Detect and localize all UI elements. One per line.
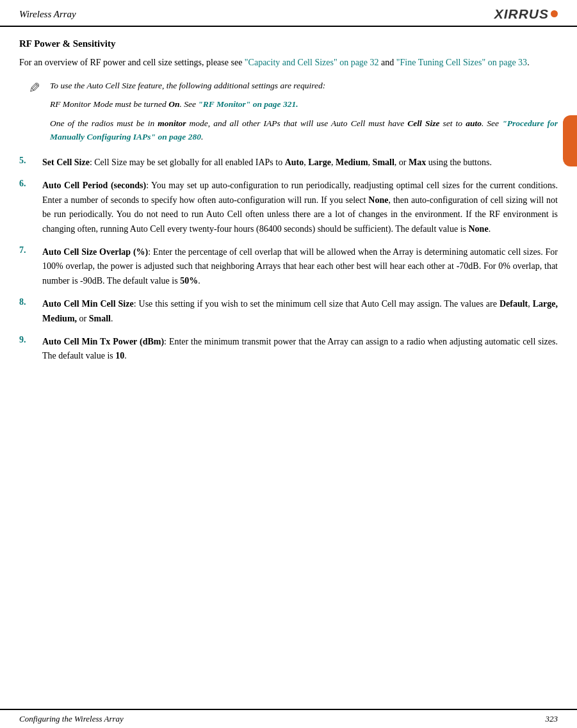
item-7-label: Auto Cell Size Overlap (%) — [42, 247, 148, 257]
section-heading: RF Power & Sensitivity — [19, 38, 558, 49]
item-7-number: 7. — [19, 245, 42, 255]
list-item-6: 6. Auto Cell Period (seconds): You may s… — [19, 179, 558, 236]
link-rf-monitor[interactable]: "RF Monitor" on page 321. — [198, 99, 298, 109]
note-bold-auto: auto — [466, 118, 482, 128]
note-box: ✎ To use the Auto Cell Size feature, the… — [19, 79, 558, 144]
section-heading-text: RF Power & Sensitivity — [19, 38, 115, 49]
item-9-number: 9. — [19, 335, 42, 345]
item-8-large: Large, — [533, 299, 558, 309]
item-9-default: 10 — [115, 351, 124, 360]
item-7-body: Auto Cell Size Overlap (%): Enter the pe… — [42, 245, 558, 288]
footer-right: 323 — [546, 714, 558, 724]
side-decoration — [563, 115, 577, 166]
note-line2: RF Monitor Mode must be turned On. See "… — [50, 97, 558, 111]
item-9-body: Auto Cell Min Tx Power (dBm): Enter the … — [42, 335, 558, 364]
list-item-9: 9. Auto Cell Min Tx Power (dBm): Enter t… — [19, 335, 558, 364]
item-5-large: Large — [308, 158, 331, 167]
page-header: Wireless Array XIRRUS — [0, 0, 577, 27]
item-5-small: Small — [373, 158, 394, 167]
link-fine-tuning[interactable]: "Fine Tuning Cell Sizes" on page 33 — [396, 58, 527, 67]
list-item-7: 7. Auto Cell Size Overlap (%): Enter the… — [19, 245, 558, 288]
note-icon-col: ✎ — [19, 79, 50, 144]
list-item-5: 5. Set Cell Size: Cell Size may be set g… — [19, 156, 558, 170]
item-6-none2: None — [469, 224, 489, 234]
item-8-body: Auto Cell Min Cell Size: Use this settin… — [42, 297, 558, 326]
note-bold-cellsize: Cell Size — [407, 118, 439, 128]
item-8-medium: Medium, — [42, 314, 77, 323]
footer-left: Configuring the Wireless Array — [19, 714, 124, 724]
header-title: Wireless Array — [19, 9, 76, 20]
item-8-default: Default — [500, 299, 528, 309]
note-icon: ✎ — [29, 80, 40, 97]
item-5-number: 5. — [19, 156, 42, 166]
item-5-max: Max — [409, 158, 426, 167]
intro-paragraph: For an overview of RF power and cell siz… — [19, 56, 558, 70]
item-6-none1: None — [368, 195, 388, 205]
page-footer: Configuring the Wireless Array 323 — [0, 709, 577, 728]
item-5-medium: Medium — [336, 158, 368, 167]
item-5-body: Set Cell Size: Cell Size may be set glob… — [42, 156, 558, 170]
item-6-body: Auto Cell Period (seconds): You may set … — [42, 179, 558, 236]
item-5-auto: Auto — [285, 158, 304, 167]
note-line3: One of the radios must be in monitor mod… — [50, 117, 558, 144]
note-bold-monitor: monitor — [158, 118, 186, 128]
item-9-label: Auto Cell Min Tx Power (dBm) — [42, 337, 164, 346]
list-item-8: 8. Auto Cell Min Cell Size: Use this set… — [19, 297, 558, 326]
logo-dot — [551, 10, 558, 17]
item-5-label: Set Cell Size — [42, 158, 90, 167]
item-7-default: 50% — [180, 276, 198, 286]
link-procedure[interactable]: "Procedure for Manually Configuring IAPs… — [50, 118, 558, 142]
main-content: RF Power & Sensitivity For an overview o… — [0, 27, 577, 385]
item-6-number: 6. — [19, 179, 42, 189]
item-8-label: Auto Cell Min Cell Size — [42, 299, 134, 309]
item-8-number: 8. — [19, 297, 42, 307]
item-8-small: Small — [89, 314, 111, 323]
numbered-list: 5. Set Cell Size: Cell Size may be set g… — [19, 156, 558, 364]
note-bold-on: On — [168, 99, 179, 109]
item-6-label: Auto Cell Period (seconds) — [42, 181, 146, 190]
note-content: To use the Auto Cell Size feature, the f… — [50, 79, 558, 144]
link-capacity[interactable]: "Capacity and Cell Sizes" on page 32 — [245, 58, 379, 67]
logo: XIRRUS — [494, 6, 558, 22]
note-line1: To use the Auto Cell Size feature, the f… — [50, 79, 558, 93]
logo-wordmark: XIRRUS — [494, 6, 549, 22]
